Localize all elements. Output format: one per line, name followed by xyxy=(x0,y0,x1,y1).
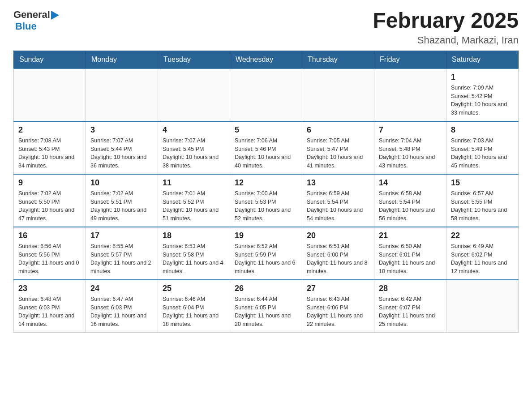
col-monday: Monday xyxy=(86,51,158,68)
svg-marker-0 xyxy=(51,11,59,20)
day-info: Sunrise: 6:53 AMSunset: 5:58 PMDaylight:… xyxy=(163,242,225,276)
table-row: 16Sunrise: 6:56 AMSunset: 5:56 PMDayligh… xyxy=(14,227,86,280)
month-title: February 2025 xyxy=(373,9,519,33)
day-number: 19 xyxy=(235,231,297,240)
table-row: 2Sunrise: 7:08 AMSunset: 5:43 PMDaylight… xyxy=(14,121,86,174)
table-row xyxy=(446,280,519,333)
table-row xyxy=(230,68,302,121)
day-number: 7 xyxy=(379,125,442,135)
day-info: Sunrise: 7:02 AMSunset: 5:51 PMDaylight:… xyxy=(90,189,153,223)
day-number: 6 xyxy=(307,125,369,135)
table-row: 1Sunrise: 7:09 AMSunset: 5:42 PMDaylight… xyxy=(446,68,519,121)
calendar-header-row: Sunday Monday Tuesday Wednesday Thursday… xyxy=(14,51,519,68)
day-info: Sunrise: 6:52 AMSunset: 5:59 PMDaylight:… xyxy=(235,242,297,276)
day-info: Sunrise: 6:50 AMSunset: 6:01 PMDaylight:… xyxy=(379,242,442,276)
day-number: 1 xyxy=(451,73,514,82)
day-info: Sunrise: 6:43 AMSunset: 6:06 PMDaylight:… xyxy=(307,295,369,329)
day-number: 12 xyxy=(235,178,297,188)
logo: General Blue xyxy=(13,9,59,32)
day-info: Sunrise: 7:05 AMSunset: 5:47 PMDaylight:… xyxy=(307,137,369,170)
day-info: Sunrise: 7:09 AMSunset: 5:42 PMDaylight:… xyxy=(451,84,514,117)
day-info: Sunrise: 7:07 AMSunset: 5:44 PMDaylight:… xyxy=(90,137,153,170)
table-row: 8Sunrise: 7:03 AMSunset: 5:49 PMDaylight… xyxy=(446,121,519,174)
table-row: 13Sunrise: 6:59 AMSunset: 5:54 PMDayligh… xyxy=(302,174,374,227)
table-row: 6Sunrise: 7:05 AMSunset: 5:47 PMDaylight… xyxy=(302,121,374,174)
day-info: Sunrise: 6:44 AMSunset: 6:05 PMDaylight:… xyxy=(235,295,297,329)
day-info: Sunrise: 7:01 AMSunset: 5:52 PMDaylight:… xyxy=(163,189,225,223)
day-number: 4 xyxy=(163,125,225,135)
table-row: 22Sunrise: 6:49 AMSunset: 6:02 PMDayligh… xyxy=(446,227,519,280)
calendar-week-row: 2Sunrise: 7:08 AMSunset: 5:43 PMDaylight… xyxy=(14,121,519,174)
col-sunday: Sunday xyxy=(14,51,86,68)
table-row: 5Sunrise: 7:06 AMSunset: 5:46 PMDaylight… xyxy=(230,121,302,174)
table-row: 25Sunrise: 6:46 AMSunset: 6:04 PMDayligh… xyxy=(158,280,230,333)
day-number: 14 xyxy=(379,178,442,188)
table-row xyxy=(158,68,230,121)
col-thursday: Thursday xyxy=(302,51,374,68)
day-info: Sunrise: 7:00 AMSunset: 5:53 PMDaylight:… xyxy=(235,189,297,223)
day-number: 9 xyxy=(18,178,81,188)
day-info: Sunrise: 6:48 AMSunset: 6:03 PMDaylight:… xyxy=(18,295,81,329)
table-row: 18Sunrise: 6:53 AMSunset: 5:58 PMDayligh… xyxy=(158,227,230,280)
table-row xyxy=(86,68,158,121)
day-number: 2 xyxy=(18,125,81,135)
logo-general-text: General xyxy=(13,9,50,21)
table-row: 27Sunrise: 6:43 AMSunset: 6:06 PMDayligh… xyxy=(302,280,374,333)
day-number: 11 xyxy=(163,178,225,188)
table-row: 28Sunrise: 6:42 AMSunset: 6:07 PMDayligh… xyxy=(374,280,446,333)
location-subtitle: Shazand, Markazi, Iran xyxy=(373,34,519,46)
table-row: 3Sunrise: 7:07 AMSunset: 5:44 PMDaylight… xyxy=(86,121,158,174)
table-row: 14Sunrise: 6:58 AMSunset: 5:54 PMDayligh… xyxy=(374,174,446,227)
table-row: 20Sunrise: 6:51 AMSunset: 6:00 PMDayligh… xyxy=(302,227,374,280)
day-info: Sunrise: 6:42 AMSunset: 6:07 PMDaylight:… xyxy=(379,295,442,329)
day-number: 16 xyxy=(18,231,81,240)
col-friday: Friday xyxy=(374,51,446,68)
day-info: Sunrise: 6:47 AMSunset: 6:03 PMDaylight:… xyxy=(90,295,153,329)
day-info: Sunrise: 7:03 AMSunset: 5:49 PMDaylight:… xyxy=(451,137,514,170)
table-row: 15Sunrise: 6:57 AMSunset: 5:55 PMDayligh… xyxy=(446,174,519,227)
day-number: 27 xyxy=(307,284,369,293)
col-wednesday: Wednesday xyxy=(230,51,302,68)
day-number: 13 xyxy=(307,178,369,188)
day-info: Sunrise: 7:02 AMSunset: 5:50 PMDaylight:… xyxy=(18,189,81,223)
day-number: 23 xyxy=(18,284,81,293)
day-number: 24 xyxy=(90,284,153,293)
day-number: 10 xyxy=(90,178,153,188)
day-number: 17 xyxy=(90,231,153,240)
calendar-week-row: 16Sunrise: 6:56 AMSunset: 5:56 PMDayligh… xyxy=(14,227,519,280)
table-row: 24Sunrise: 6:47 AMSunset: 6:03 PMDayligh… xyxy=(86,280,158,333)
day-info: Sunrise: 7:04 AMSunset: 5:48 PMDaylight:… xyxy=(379,137,442,170)
table-row: 23Sunrise: 6:48 AMSunset: 6:03 PMDayligh… xyxy=(14,280,86,333)
day-number: 25 xyxy=(163,284,225,293)
day-number: 22 xyxy=(451,231,514,240)
day-number: 21 xyxy=(379,231,442,240)
table-row: 26Sunrise: 6:44 AMSunset: 6:05 PMDayligh… xyxy=(230,280,302,333)
table-row xyxy=(14,68,86,121)
day-number: 18 xyxy=(163,231,225,240)
day-info: Sunrise: 7:06 AMSunset: 5:46 PMDaylight:… xyxy=(235,137,297,170)
table-row: 21Sunrise: 6:50 AMSunset: 6:01 PMDayligh… xyxy=(374,227,446,280)
table-row: 11Sunrise: 7:01 AMSunset: 5:52 PMDayligh… xyxy=(158,174,230,227)
day-number: 15 xyxy=(451,178,514,188)
day-info: Sunrise: 6:55 AMSunset: 5:57 PMDaylight:… xyxy=(90,242,153,276)
table-row: 10Sunrise: 7:02 AMSunset: 5:51 PMDayligh… xyxy=(86,174,158,227)
col-saturday: Saturday xyxy=(446,51,519,68)
day-info: Sunrise: 6:57 AMSunset: 5:55 PMDaylight:… xyxy=(451,189,514,223)
day-number: 8 xyxy=(451,125,514,135)
calendar-week-row: 9Sunrise: 7:02 AMSunset: 5:50 PMDaylight… xyxy=(14,174,519,227)
logo-arrow-icon xyxy=(51,11,59,20)
calendar-table: Sunday Monday Tuesday Wednesday Thursday… xyxy=(13,51,519,333)
logo-blue-text: Blue xyxy=(15,21,37,32)
col-tuesday: Tuesday xyxy=(158,51,230,68)
table-row: 9Sunrise: 7:02 AMSunset: 5:50 PMDaylight… xyxy=(14,174,86,227)
day-info: Sunrise: 6:56 AMSunset: 5:56 PMDaylight:… xyxy=(18,242,81,276)
day-number: 28 xyxy=(379,284,442,293)
page-header: General Blue February 2025 Shazand, Mark… xyxy=(13,9,519,46)
day-info: Sunrise: 6:51 AMSunset: 6:00 PMDaylight:… xyxy=(307,242,369,276)
table-row: 7Sunrise: 7:04 AMSunset: 5:48 PMDaylight… xyxy=(374,121,446,174)
day-info: Sunrise: 6:58 AMSunset: 5:54 PMDaylight:… xyxy=(379,189,442,223)
day-number: 20 xyxy=(307,231,369,240)
day-number: 26 xyxy=(235,284,297,293)
calendar-week-row: 1Sunrise: 7:09 AMSunset: 5:42 PMDaylight… xyxy=(14,68,519,121)
table-row: 19Sunrise: 6:52 AMSunset: 5:59 PMDayligh… xyxy=(230,227,302,280)
